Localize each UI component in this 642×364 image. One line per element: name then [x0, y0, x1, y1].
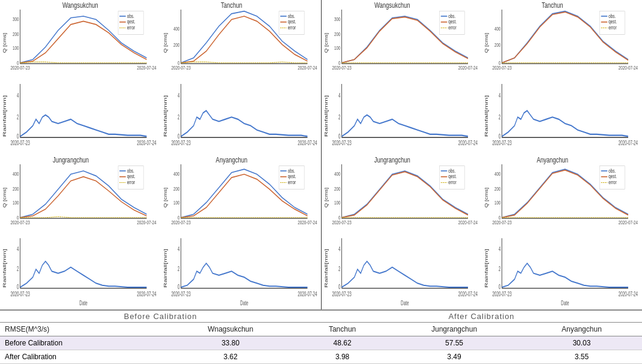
svg-text:100: 100	[334, 200, 341, 206]
svg-text:2020-07-24: 2020-07-24	[458, 219, 478, 225]
svg-text:error: error	[608, 25, 617, 31]
svg-text:2020-07-24: 2020-07-24	[137, 219, 156, 225]
left-wangsukchun-flow: Wangsukchun Q [cms] 0 100 200 300 2020-0…	[0, 0, 161, 77]
svg-text:4: 4	[338, 92, 341, 99]
svg-text:2020-07-23: 2020-07-23	[332, 290, 352, 297]
right-jungrangchun-flow: Jungrangchun Q [cms] 0 100 200 400 2020-…	[322, 155, 482, 232]
svg-text:error: error	[448, 179, 457, 185]
left-anyangchun-rainfall: Rainfall[mm] 0 2 4 2020-07-23 2020-07-24…	[161, 232, 322, 309]
svg-text:400: 400	[173, 26, 179, 32]
right-panel: Wangsukchun Q [cms] 0 100 200 300 2020-0…	[321, 0, 642, 309]
svg-text:200: 200	[334, 31, 341, 37]
svg-text:2020-07-23: 2020-07-23	[10, 290, 30, 297]
svg-text:Q [cms]: Q [cms]	[484, 188, 490, 207]
row-after-label: After Calibration	[0, 350, 163, 364]
svg-text:2020-07-24: 2020-07-24	[137, 65, 156, 71]
row-after-tanchun: 3.98	[298, 350, 387, 364]
svg-text:0: 0	[338, 284, 341, 291]
svg-text:obs.: obs.	[608, 168, 616, 174]
svg-text:400: 400	[173, 171, 179, 177]
before-calibration-header: Before Calibration	[0, 312, 321, 321]
svg-text:error: error	[448, 25, 457, 31]
col-header-jungrangchun: Jungrangchun	[387, 323, 521, 336]
svg-text:2020-07-23: 2020-07-23	[171, 65, 190, 71]
svg-text:2020-07-23: 2020-07-23	[10, 139, 29, 146]
svg-text:400: 400	[13, 171, 19, 177]
row-before-anyangchun: 30.03	[521, 336, 642, 350]
svg-text:2020-07-24: 2020-07-24	[458, 290, 478, 297]
svg-text:Q [cms]: Q [cms]	[324, 33, 329, 53]
svg-text:Rainfall[mm]: Rainfall[mm]	[163, 95, 167, 137]
svg-text:2020-07-24: 2020-07-24	[619, 219, 638, 225]
svg-text:Rainfall[mm]: Rainfall[mm]	[484, 249, 489, 288]
svg-text:Date: Date	[240, 299, 248, 306]
svg-text:Rainfall[mm]: Rainfall[mm]	[2, 249, 7, 288]
svg-text:100: 100	[334, 45, 341, 51]
svg-text:400: 400	[334, 171, 341, 177]
svg-text:Jungrangchun: Jungrangchun	[53, 156, 89, 164]
svg-text:qest.: qest.	[287, 174, 296, 180]
svg-text:Q [cms]: Q [cms]	[163, 33, 168, 53]
svg-text:obs.: obs.	[287, 168, 295, 174]
row-after-jungrangchun: 3.49	[387, 350, 521, 364]
svg-text:200: 200	[173, 186, 179, 192]
svg-text:200: 200	[334, 186, 341, 192]
svg-text:2020-07-23: 2020-07-23	[332, 139, 351, 146]
row-before-tanchun: 48.62	[298, 336, 387, 350]
svg-text:2020-07-23: 2020-07-23	[171, 290, 191, 297]
before-calibration-row: Before Calibration 33.80 48.62 57.55 30.…	[0, 336, 642, 350]
svg-text:qest.: qest.	[608, 174, 617, 180]
after-calibration-row: After Calibration 3.62 3.98 3.49 3.55	[0, 350, 642, 364]
svg-text:2020-07-23: 2020-07-23	[492, 219, 511, 225]
svg-text:Rainfall[mm]: Rainfall[mm]	[324, 95, 329, 137]
svg-text:2020-07-24: 2020-07-24	[458, 65, 478, 71]
svg-text:error: error	[287, 25, 296, 31]
right-wangsukchun-flow: Wangsukchun Q [cms] 0 100 200 300 2020-0…	[322, 0, 482, 77]
svg-text:Jungrangchun: Jungrangchun	[374, 156, 410, 164]
svg-text:error: error	[127, 25, 136, 31]
left-jungrangchun-rainfall: Rainfall[mm] 0 2 4 2020-07-23 2020-07-24…	[0, 232, 161, 309]
row-after-anyangchun: 3.55	[521, 350, 642, 364]
svg-text:2020-07-24: 2020-07-24	[619, 65, 638, 71]
charts-section: Wangsukchun Q [cms] 0 100 200 300 2020-0…	[0, 0, 642, 309]
svg-text:2020-07-23: 2020-07-23	[492, 65, 511, 71]
right-tanchun-flow: Tanchun Q [cms] 0 200 400 2020-07-23 202…	[482, 0, 642, 77]
table-header-row: RMSE(M^3/s) Wnagsukchun Tanchun Jungrang…	[0, 323, 642, 336]
svg-text:2: 2	[338, 266, 341, 273]
svg-text:obs.: obs.	[127, 168, 134, 174]
right-anyangchun-flow: Anyangchun Q [cms] 0 100 200 400 2020-07…	[482, 155, 642, 232]
svg-text:100: 100	[494, 200, 501, 206]
svg-text:2020-07-24: 2020-07-24	[619, 290, 638, 297]
svg-text:Rainfall[mm]: Rainfall[mm]	[484, 95, 489, 137]
svg-text:2020-07-24: 2020-07-24	[298, 139, 317, 146]
results-table: RMSE(M^3/s) Wnagsukchun Tanchun Jungrang…	[0, 322, 642, 364]
left-jungrangchun-flow: Jungrangchun Q [cms] 0 100 200 400 2020-…	[0, 155, 161, 232]
right-jungrangchun-rainfall: Rainfall[mm] 0 2 4 2020-07-23 2020-07-24…	[322, 232, 482, 309]
svg-text:4: 4	[177, 92, 179, 99]
svg-text:2020-07-23: 2020-07-23	[171, 219, 190, 225]
svg-text:300: 300	[13, 16, 19, 22]
svg-text:100: 100	[13, 200, 19, 206]
col-header-wnagsukchun: Wnagsukchun	[163, 323, 298, 336]
svg-text:2020-07-24: 2020-07-24	[298, 219, 317, 225]
svg-text:100: 100	[173, 200, 179, 206]
svg-text:400: 400	[494, 26, 501, 32]
svg-text:200: 200	[494, 186, 501, 192]
svg-text:qest.: qest.	[448, 174, 457, 180]
svg-text:2: 2	[17, 266, 19, 273]
left-rainfall-row-1: Rainfall[mm] 0 2 4 2020-07-23 2020-07-24…	[0, 77, 321, 155]
svg-text:Tanchun: Tanchun	[542, 1, 563, 9]
right-flow-row-2: Jungrangchun Q [cms] 0 100 200 400 2020-…	[322, 155, 642, 232]
svg-text:4: 4	[17, 92, 19, 99]
svg-text:2: 2	[338, 113, 341, 121]
svg-text:Wangsukchun: Wangsukchun	[62, 1, 98, 9]
svg-text:4: 4	[17, 245, 19, 252]
svg-text:error: error	[608, 179, 617, 185]
right-flow-row-1: Wangsukchun Q [cms] 0 100 200 300 2020-0…	[322, 0, 642, 77]
left-panel: Wangsukchun Q [cms] 0 100 200 300 2020-0…	[0, 0, 321, 309]
svg-text:Rainfall[mm]: Rainfall[mm]	[163, 249, 167, 288]
svg-text:2: 2	[499, 113, 501, 121]
svg-text:obs.: obs.	[608, 13, 616, 19]
svg-text:obs.: obs.	[287, 13, 295, 19]
svg-text:qest.: qest.	[448, 19, 457, 25]
